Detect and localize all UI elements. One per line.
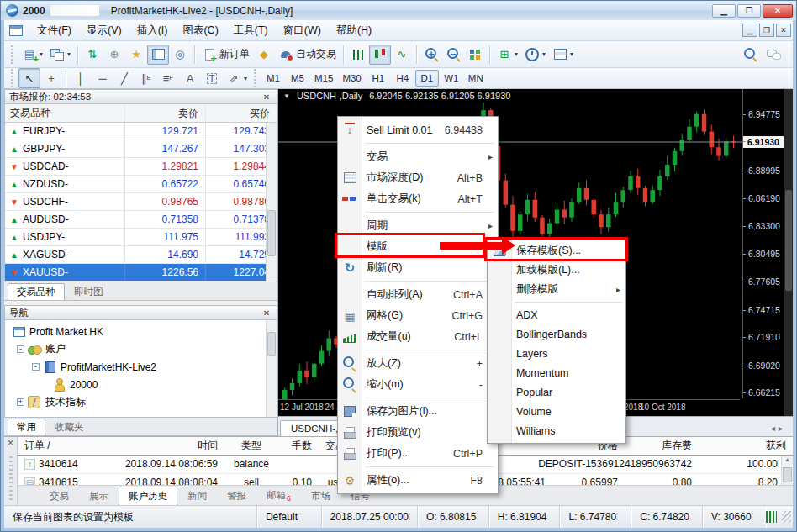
periods-button[interactable]: ▾ (521, 45, 549, 65)
child-restore-button[interactable]: ❐ (759, 24, 774, 37)
channel-tool[interactable]: ∥E (135, 68, 157, 88)
tab-新闻[interactable]: 新闻 (177, 487, 217, 505)
timeframe-H1[interactable]: H1 (367, 70, 390, 87)
collapse-icon[interactable]: - (32, 363, 40, 371)
context-menu-item-18[interactable]: 打印预览(v) (338, 422, 498, 443)
close-icon[interactable]: ✕ (8, 437, 14, 449)
zoom-in-button[interactable]: + (420, 45, 442, 65)
context-menu-item-6[interactable]: 周期▸ (338, 215, 498, 236)
context-menu-item-8[interactable]: ↻刷新(R) (338, 257, 498, 278)
template-submenu-item-6[interactable]: Layers (488, 344, 625, 363)
autotrading-button[interactable]: 自动交易 (275, 45, 340, 65)
tab-警报[interactable]: 警报 (217, 487, 256, 505)
tab-市场[interactable]: 市场 (301, 487, 340, 505)
column-类型[interactable]: 类型 (224, 439, 278, 453)
close-icon[interactable]: ✕ (261, 308, 272, 318)
column-时间[interactable]: 时间 (98, 439, 224, 453)
context-menu-item-2[interactable]: 交易▸ (338, 146, 498, 167)
menu-item-2[interactable]: 插入(I) (129, 21, 176, 40)
menu-item-3[interactable]: 图表(C) (175, 21, 225, 40)
template-submenu-item-8[interactable]: Popular (488, 382, 625, 402)
resize-grip-icon[interactable] (782, 511, 791, 523)
tab-收藏夹[interactable]: 收藏夹 (45, 419, 93, 435)
template-submenu-item-2[interactable]: 删除模版▸ (488, 280, 625, 299)
navigator-button[interactable]: ★ (125, 45, 147, 65)
line-chart-button[interactable]: ∿ (391, 45, 413, 65)
restore-button[interactable]: ❐ (737, 4, 761, 18)
timeframe-D1[interactable]: D1 (415, 70, 439, 87)
market-watch-scrollbar[interactable] (266, 123, 277, 282)
navigator-scrollbar[interactable] (266, 320, 277, 417)
column-获利[interactable]: 获利 (699, 439, 793, 453)
new-order-button[interactable]: 新订单 (198, 45, 253, 65)
context-menu-item-15[interactable]: 缩小(m)- (338, 374, 498, 395)
template-submenu-item-1[interactable]: 加载模版(L)... (488, 261, 625, 280)
column-bid[interactable]: 卖价 (124, 104, 205, 122)
context-menu-item-4[interactable]: 单击交易(k)Alt+T (338, 188, 498, 209)
drag-grip[interactable] (9, 454, 13, 500)
tab-交易[interactable]: 交易 (40, 487, 79, 505)
context-menu-item-10[interactable]: 自动排列(A)Ctrl+A (338, 284, 498, 305)
menu-item-1[interactable]: 显示(V) (79, 21, 129, 40)
tree-item-platform[interactable]: Profit Market HK (5, 323, 277, 340)
market-watch-row-NZDUSD-[interactable]: ▲NZDUSD-0.657220.65746 (5, 176, 277, 193)
search-icon[interactable] (742, 47, 757, 61)
shapes-tool[interactable]: ⇗▾ (223, 68, 251, 88)
timeframe-M1[interactable]: M1 (261, 70, 285, 87)
context-menu-item-3[interactable]: 市场深度(D)Alt+B (338, 167, 498, 188)
chat-icon[interactable] (766, 47, 781, 61)
template-submenu-item-9[interactable]: Volume (488, 402, 625, 421)
timeframe-M15[interactable]: M15 (310, 70, 337, 87)
horizontal-line-tool[interactable]: ─ (92, 68, 113, 88)
close-icon[interactable]: ✕ (261, 92, 272, 102)
template-submenu-item-10[interactable]: Williams (488, 421, 625, 440)
terminal-scrollbar[interactable]: ▴ (781, 456, 793, 485)
timeframe-MN[interactable]: MN (464, 70, 488, 87)
new-chart-button[interactable]: ▤+▾ (18, 45, 46, 65)
templates-button[interactable]: ▾ (549, 45, 577, 65)
market-watch-row-AUDUSD-[interactable]: ▲AUDUSD-0.713580.71378 (5, 211, 277, 229)
bar-chart-button[interactable] (347, 45, 369, 65)
vertical-line-tool[interactable]: │ (70, 68, 92, 88)
fibonacci-tool[interactable]: ≡F (157, 68, 179, 88)
close-button[interactable]: ✕ (763, 4, 793, 18)
cursor-tool[interactable]: ↖ (18, 68, 40, 88)
candle-chart-button[interactable] (369, 45, 391, 65)
zoom-out-button[interactable]: − (442, 45, 464, 65)
tab-展示[interactable]: 展示 (79, 487, 119, 505)
tree-item-indicators[interactable]: + 技术指标 (5, 393, 277, 411)
context-menu-item-19[interactable]: 打印(P)...Ctrl+P (338, 443, 498, 464)
market-watch-row-GBPJPY-[interactable]: ▲GBPJPY-147.267147.303 (5, 140, 277, 158)
column-订单 /[interactable]: 订单 / (18, 439, 98, 453)
template-submenu-item-4[interactable]: ADX (488, 305, 625, 324)
tree-item-account[interactable]: 20000 (5, 376, 277, 393)
timeframe-M30[interactable]: M30 (338, 70, 365, 87)
expand-icon[interactable]: + (17, 398, 24, 406)
market-watch-row-USDCAD-[interactable]: ▼USDCAD-1.298211.29844 (5, 158, 277, 176)
market-watch-button[interactable]: ⇅ (82, 45, 103, 65)
context-menu-item-0[interactable]: ↓Sell Limit 0.016.94438 (338, 119, 498, 140)
template-submenu-item-5[interactable]: BollingerBands (488, 324, 625, 344)
tree-item-accounts[interactable]: - 账户 (5, 340, 277, 358)
tab-邮箱[interactable]: 邮箱6 (256, 486, 301, 505)
market-watch-row-USDJPY-[interactable]: ▲USDJPY-111.975111.993 (5, 229, 277, 246)
minimize-button[interactable]: ▁ (712, 4, 736, 18)
menu-item-4[interactable]: 工具(T) (226, 21, 276, 40)
menu-item-6[interactable]: 帮助(H) (329, 21, 379, 40)
text-tool[interactable]: A (179, 68, 201, 88)
timeframe-W1[interactable]: W1 (440, 70, 463, 87)
market-watch-row-EURJPY-[interactable]: ▲EURJPY-129.721129.743 (5, 123, 277, 140)
column-symbol[interactable]: 交易品种 (5, 106, 124, 120)
label-tool[interactable]: T (201, 68, 223, 88)
trendline-tool[interactable]: ╱ (113, 68, 135, 88)
context-menu-item-7[interactable]: 模版▸ (338, 236, 498, 257)
tab-scroll-arrows[interactable]: ◂▸ (764, 424, 793, 436)
market-watch-row-XAGUSD-[interactable]: ▲XAGUSD-14.69014.729 (5, 246, 277, 264)
tree-item-server[interactable]: - ProfitMarketHK-Live2 (5, 358, 277, 376)
strategy-tester-button[interactable]: ◎ (169, 45, 191, 65)
indicators-button[interactable]: ⊞▾ (494, 45, 521, 65)
column-库存费[interactable]: 库存费 (625, 439, 699, 453)
menu-item-0[interactable]: 文件(F) (29, 21, 79, 40)
profiles-button[interactable]: ▾ (46, 45, 74, 65)
template-submenu-item-0[interactable]: 保存模板(S)... (488, 241, 625, 261)
